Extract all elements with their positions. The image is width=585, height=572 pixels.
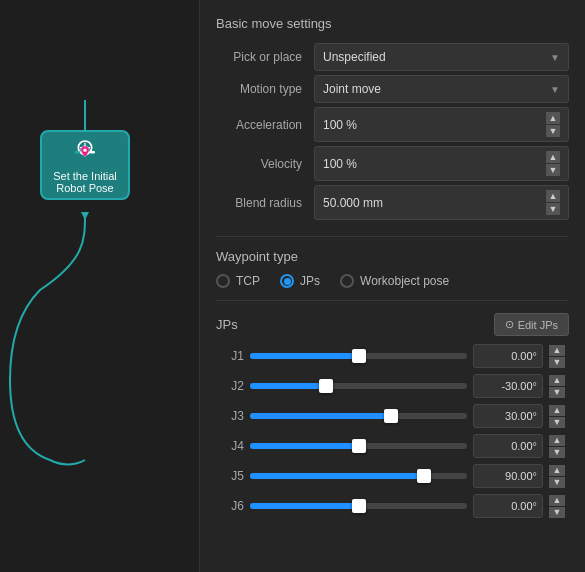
j4-value: 0.00° (473, 434, 543, 458)
j2-down[interactable]: ▼ (549, 387, 565, 398)
jps-section: JPs ⊙ Edit JPs J1 0.00° ▲ ▼ J2 (216, 313, 569, 518)
waypoint-section: Waypoint type TCP JPs Workobject pose (216, 249, 569, 288)
divider-1 (216, 236, 569, 237)
waypoint-title: Waypoint type (216, 249, 569, 264)
radio-workobject-circle (340, 274, 354, 288)
blend-radius-value: 50.000 mm (323, 196, 383, 210)
acceleration-spinner: ▲ ▼ (546, 112, 560, 137)
j6-down[interactable]: ▼ (549, 507, 565, 518)
svg-rect-4 (75, 151, 80, 154)
motion-type-arrow: ▼ (550, 84, 560, 95)
j5-down[interactable]: ▼ (549, 477, 565, 488)
j3-slider[interactable] (250, 407, 467, 425)
j4-down[interactable]: ▼ (549, 447, 565, 458)
j5-up[interactable]: ▲ (549, 465, 565, 476)
edit-jps-icon: ⊙ (505, 318, 514, 331)
j4-slider[interactable] (250, 437, 467, 455)
radio-workobject-label: Workobject pose (360, 274, 449, 288)
joint-row-j1: J1 0.00° ▲ ▼ (216, 344, 569, 368)
velocity-spinner: ▲ ▼ (546, 151, 560, 176)
velocity-field: 100 % ▲ ▼ (314, 146, 569, 181)
j6-up[interactable]: ▲ (549, 495, 565, 506)
joint-row-j3: J3 30.00° ▲ ▼ (216, 404, 569, 428)
j1-value: 0.00° (473, 344, 543, 368)
j6-spinner: ▲ ▼ (549, 495, 569, 518)
j2-slider[interactable] (250, 377, 467, 395)
motion-type-value: Joint move (323, 82, 381, 96)
j1-down[interactable]: ▼ (549, 357, 565, 368)
j5-value: 90.00° (473, 464, 543, 488)
acceleration-value: 100 % (323, 118, 357, 132)
radio-tcp-label: TCP (236, 274, 260, 288)
j3-up[interactable]: ▲ (549, 405, 565, 416)
robot-node[interactable]: Set the Initial Robot Pose (40, 130, 130, 200)
svg-rect-5 (90, 151, 95, 154)
j5-slider[interactable] (250, 467, 467, 485)
motion-type-dropdown[interactable]: Joint move ▼ (314, 75, 569, 103)
j1-label: J1 (216, 349, 244, 363)
radio-tcp[interactable]: TCP (216, 274, 260, 288)
panel-separator (199, 0, 200, 572)
blend-radius-label: Blend radius (216, 185, 306, 220)
acceleration-field: 100 % ▲ ▼ (314, 107, 569, 142)
blend-radius-down[interactable]: ▼ (546, 203, 560, 215)
pick-or-place-dropdown[interactable]: Unspecified ▼ (314, 43, 569, 71)
acceleration-up[interactable]: ▲ (546, 112, 560, 124)
j4-label: J4 (216, 439, 244, 453)
waypoint-radio-group: TCP JPs Workobject pose (216, 274, 569, 288)
j2-value: -30.00° (473, 374, 543, 398)
velocity-label: Velocity (216, 146, 306, 181)
acceleration-label: Acceleration (216, 107, 306, 142)
j5-label: J5 (216, 469, 244, 483)
blend-radius-spinner: ▲ ▼ (546, 190, 560, 215)
joint-row-j4: J4 0.00° ▲ ▼ (216, 434, 569, 458)
edit-jps-label: Edit JPs (518, 319, 558, 331)
jps-header: JPs ⊙ Edit JPs (216, 313, 569, 336)
j2-spinner: ▲ ▼ (549, 375, 569, 398)
velocity-up[interactable]: ▲ (546, 151, 560, 163)
joint-row-j6: J6 0.00° ▲ ▼ (216, 494, 569, 518)
j5-spinner: ▲ ▼ (549, 465, 569, 488)
pick-or-place-arrow: ▼ (550, 52, 560, 63)
joint-row-j2: J2 -30.00° ▲ ▼ (216, 374, 569, 398)
blend-radius-field: 50.000 mm ▲ ▼ (314, 185, 569, 220)
j3-spinner: ▲ ▼ (549, 405, 569, 428)
svg-marker-1 (81, 212, 89, 220)
j3-value: 30.00° (473, 404, 543, 428)
velocity-down[interactable]: ▼ (546, 164, 560, 176)
divider-2 (216, 300, 569, 301)
basic-move-title: Basic move settings (216, 16, 569, 31)
j3-down[interactable]: ▼ (549, 417, 565, 428)
j6-slider[interactable] (250, 497, 467, 515)
j4-up[interactable]: ▲ (549, 435, 565, 446)
j1-slider[interactable] (250, 347, 467, 365)
radio-jps[interactable]: JPs (280, 274, 320, 288)
j2-up[interactable]: ▲ (549, 375, 565, 386)
settings-grid: Pick or place Unspecified ▼ Motion type … (216, 43, 569, 220)
right-panel: Basic move settings Pick or place Unspec… (200, 0, 585, 572)
j1-spinner: ▲ ▼ (549, 345, 569, 368)
j6-label: J6 (216, 499, 244, 513)
pick-or-place-value: Unspecified (323, 50, 386, 64)
j3-label: J3 (216, 409, 244, 423)
node-icon (70, 136, 100, 166)
j1-up[interactable]: ▲ (549, 345, 565, 356)
canvas-lines (0, 0, 200, 572)
radio-tcp-circle (216, 274, 230, 288)
left-panel: Set the Initial Robot Pose (0, 0, 200, 572)
acceleration-down[interactable]: ▼ (546, 125, 560, 137)
svg-point-3 (83, 149, 86, 152)
blend-radius-up[interactable]: ▲ (546, 190, 560, 202)
jps-title: JPs (216, 317, 238, 332)
radio-jps-label: JPs (300, 274, 320, 288)
pick-or-place-label: Pick or place (216, 43, 306, 71)
joint-row-j5: J5 90.00° ▲ ▼ (216, 464, 569, 488)
node-label: Set the Initial Robot Pose (42, 170, 128, 194)
velocity-value: 100 % (323, 157, 357, 171)
radio-workobject[interactable]: Workobject pose (340, 274, 449, 288)
j4-spinner: ▲ ▼ (549, 435, 569, 458)
j6-value: 0.00° (473, 494, 543, 518)
j2-label: J2 (216, 379, 244, 393)
edit-jps-button[interactable]: ⊙ Edit JPs (494, 313, 569, 336)
motion-type-label: Motion type (216, 75, 306, 103)
